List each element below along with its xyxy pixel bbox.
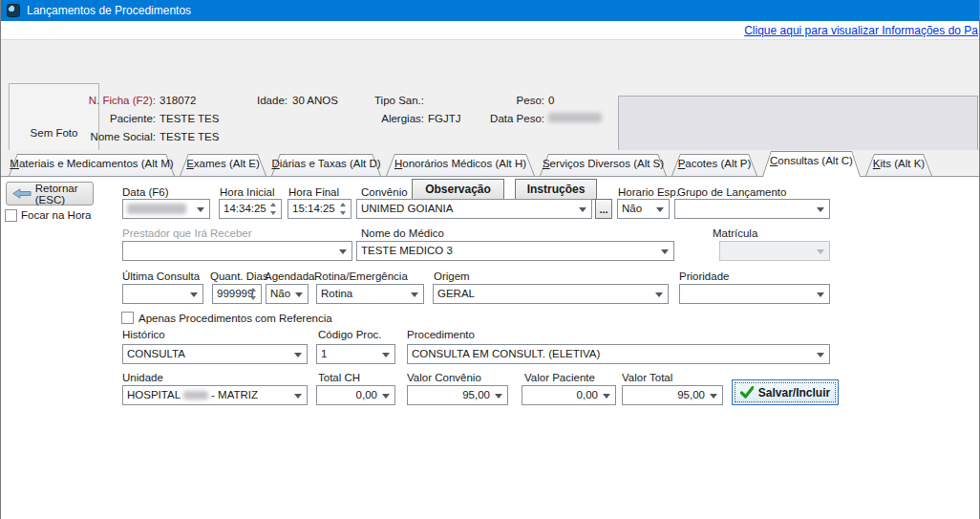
origem-combobox[interactable]: GERAL [433, 284, 669, 304]
valor-paciente-value: 0,00 [577, 389, 598, 400]
valor-convenio-label: Valor Convênio [407, 372, 481, 383]
focar-na-hora-checkbox[interactable] [5, 209, 17, 222]
chevron-down-icon [339, 249, 347, 254]
horario-esp-label: Horario Esp. [618, 186, 679, 198]
chevron-down-icon [817, 207, 824, 212]
horario-esp-combobox[interactable]: Não [617, 199, 670, 219]
chevron-down-icon [294, 353, 302, 357]
hora-inicial-value: 14:34:25 [224, 203, 266, 214]
arrow-left-icon [12, 186, 32, 201]
chevron-down-icon [382, 353, 390, 357]
tab-strip: Materiais e Medicamentos (Alt M) Exames … [1, 150, 979, 176]
tab-materiais-e-medicamentos[interactable]: Materiais e Medicamentos (Alt M) [9, 154, 175, 176]
tab-diarias-e-taxas[interactable]: Diárias e Taxas (Alt D) [271, 154, 381, 176]
instrucoes-button[interactable]: Instruções [515, 179, 597, 200]
procedimento-combobox[interactable]: CONSULTA EM CONSULT. (ELETIVA) [407, 344, 830, 364]
observacao-button[interactable]: Observação [412, 179, 504, 200]
spinner-arrows-icon[interactable] [247, 288, 258, 300]
prioridade-label: Prioridade [679, 270, 729, 282]
convenio-combobox[interactable]: UNIMED GOIANIA [356, 199, 592, 219]
valor-total-label: Valor Total [622, 372, 672, 383]
ultima-consulta-combobox[interactable] [122, 284, 203, 304]
procedimento-value: CONSULTA EM CONSULT. (ELETIVA) [412, 348, 600, 359]
chevron-down-icon [656, 207, 664, 212]
convenio-value: UNIMED GOIANIA [361, 203, 453, 214]
retornar-button[interactable]: Retornar (ESC) [6, 182, 94, 205]
salvar-incluir-button[interactable]: Salvar/Incluir [732, 379, 839, 405]
valor-total-combobox[interactable]: 95,00 [622, 385, 723, 405]
hora-final-label: Hora Final [288, 186, 339, 198]
codigo-proc-value: 1 [321, 348, 327, 359]
prioridade-combobox[interactable] [679, 284, 830, 304]
agendada-combobox[interactable]: Não [266, 284, 309, 304]
tab-honorarios-medicos[interactable]: Honorários Médicos (Alt H) [386, 154, 535, 176]
convenio-label: Convênio [361, 186, 408, 198]
chevron-down-icon [817, 249, 824, 254]
valor-convenio-combobox[interactable]: 95,00 [407, 385, 508, 405]
nome-medico-value: TESTE MEDICO 3 [361, 245, 453, 256]
alergias-value: FGJTJ [428, 113, 461, 124]
unidade-combobox[interactable]: HOSPITAL- MATRIZ [122, 385, 308, 405]
tab-servicos-diversos[interactable]: Serviços Diversos (Alt S) [540, 154, 667, 176]
rotina-emergencia-value: Rotina [321, 288, 352, 299]
prestador-combobox[interactable] [122, 241, 352, 261]
unidade-value-redacted [183, 391, 208, 400]
convenio-ellipsis-button[interactable]: ... [595, 199, 612, 219]
nome-medico-combobox[interactable]: TESTE MEDICO 3 [356, 241, 674, 261]
hora-final-spinner[interactable]: 15:14:25 [288, 199, 352, 219]
alergias-label: Alergias: [367, 113, 424, 124]
chevron-down-icon [190, 292, 198, 297]
tab-consultas[interactable]: Consultas (Alt C) [762, 151, 861, 177]
nome-social-label: Nome Social: [58, 131, 156, 142]
spinner-arrows-icon[interactable] [337, 203, 348, 215]
chevron-down-icon [295, 292, 303, 297]
chevron-down-icon [495, 394, 502, 399]
historico-value: CONSULTA [127, 348, 185, 359]
chevron-down-icon [579, 207, 586, 212]
matricula-label: Matrícula [713, 227, 757, 239]
apenas-procedimentos-checkbox[interactable] [121, 312, 134, 324]
unidade-label: Unidade [122, 372, 163, 383]
valor-paciente-combobox[interactable]: 0,00 [522, 385, 616, 405]
chevron-down-icon [603, 394, 610, 399]
tab-kits[interactable]: Kits (Alt K) [865, 154, 932, 176]
spinner-arrows-icon[interactable] [267, 203, 278, 215]
data-f6-value-redacted [127, 204, 186, 214]
valor-paciente-label: Valor Paciente [524, 372, 595, 383]
check-icon [740, 386, 754, 399]
rotina-emergencia-combobox[interactable]: Rotina [316, 284, 424, 304]
tipo-san-label: Tipo San.: [367, 95, 424, 106]
chevron-down-icon [817, 292, 824, 297]
grupo-lancamento-combobox[interactable] [674, 199, 830, 219]
procedimento-label: Procedimento [407, 329, 475, 340]
procedures-window: Lançamentos de Procedimentos Clique aqui… [0, 0, 980, 519]
prestador-label: Prestador que Irá Receber [122, 227, 252, 239]
quant-dias-spinner[interactable]: 999999 [212, 284, 262, 304]
valor-total-value: 95,00 [677, 389, 705, 400]
codigo-proc-combobox[interactable]: 1 [316, 344, 395, 364]
paciente-label: Paciente: [58, 113, 156, 124]
agendada-value: Não [270, 288, 290, 299]
peso-value: 0 [548, 95, 554, 106]
hora-final-value: 15:14:25 [292, 203, 335, 214]
chevron-down-icon [655, 292, 663, 297]
chevron-down-icon [817, 353, 824, 357]
total-ch-label: Total CH [318, 372, 360, 383]
chevron-down-icon [411, 292, 418, 297]
chevron-down-icon [382, 394, 390, 399]
app-logo-icon [7, 4, 20, 17]
horario-esp-value: Não [622, 203, 642, 214]
total-ch-combobox[interactable]: 0,00 [316, 385, 395, 405]
idade-value: 30 ANOS [292, 95, 338, 106]
paciente-value: TESTE TES [160, 113, 219, 124]
codigo-proc-label: Código Proc. [318, 329, 381, 340]
peso-label: Peso: [478, 95, 544, 106]
patient-info-link[interactable]: Clique aqui para visualizar Informações … [744, 24, 978, 37]
tab-exames[interactable]: Exames (Alt E) [180, 154, 266, 176]
hora-inicial-spinner[interactable]: 14:34:25 [219, 199, 282, 219]
historico-combobox[interactable]: CONSULTA [122, 344, 308, 364]
nome-medico-label: Nome do Médico [361, 227, 444, 239]
chevron-down-icon [661, 249, 669, 254]
n-ficha-value: 318072 [160, 95, 196, 106]
tab-pacotes[interactable]: Pacotes (Alt P) [671, 154, 757, 176]
